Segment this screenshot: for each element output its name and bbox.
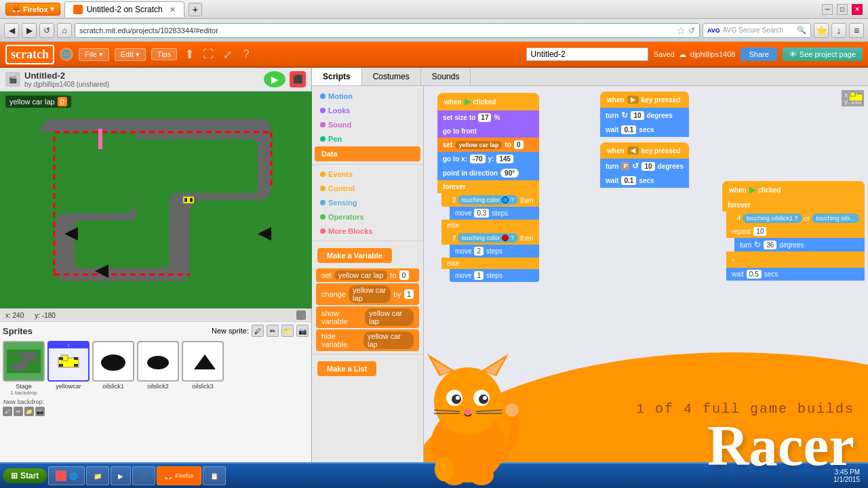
search-bar[interactable]: AVG AVG Secure Search 🔍: [703, 23, 811, 38]
move-03-block[interactable]: move 0.3 steps: [450, 207, 539, 220]
bookmark-button[interactable]: ⭐: [814, 23, 829, 38]
upload-sprite-button[interactable]: 📁: [281, 325, 294, 337]
if-touching-color-block[interactable]: if touching color ? then: [441, 193, 539, 207]
edit-backdrop-button[interactable]: ✏: [14, 407, 23, 416]
see-project-button[interactable]: 👁 See project page: [783, 47, 863, 61]
when-flag-block-1[interactable]: when ▶ clicked: [437, 93, 539, 110]
taskbar-item-4[interactable]: 🦊 Firefox: [157, 466, 201, 485]
bookmark-star-icon[interactable]: ☆: [677, 25, 686, 36]
when-right-key-block[interactable]: when ▶ key pressed: [600, 92, 689, 108]
turn-spin-block[interactable]: turn ↻ 36 degrees: [734, 238, 865, 251]
file-menu-button[interactable]: File ▾: [79, 48, 109, 61]
stage-sprite-thumbnail[interactable]: [3, 341, 45, 382]
show-var-block[interactable]: show variable yellow car lap: [316, 306, 419, 328]
expand-icon[interactable]: ⤢: [220, 48, 234, 61]
move-2-block[interactable]: move 2 steps: [450, 245, 539, 258]
yellowcar-sprite-thumbnail[interactable]: i: [47, 341, 90, 382]
steps-val-1: 0.3: [474, 209, 489, 218]
taskbar-item-3[interactable]: 🎵: [132, 466, 155, 485]
edit-menu-button[interactable]: Edit ▾: [115, 48, 146, 61]
tab-costumes[interactable]: Costumes: [362, 68, 421, 85]
edit-sprite-button[interactable]: ✏: [267, 325, 279, 337]
upload-backdrop-button[interactable]: 📁: [24, 407, 34, 416]
back-button[interactable]: ◀: [4, 23, 19, 38]
address-bar[interactable]: scratch.mit.edu/projects/10283344/#edito…: [75, 23, 700, 38]
category-data[interactable]: Data: [315, 146, 420, 161]
upload-icon[interactable]: ⬆: [182, 47, 196, 62]
tips-button[interactable]: Tips: [151, 48, 177, 60]
taskbar-item-2[interactable]: ▶: [111, 466, 131, 485]
home-button[interactable]: ⌂: [57, 23, 72, 38]
window-close-button[interactable]: ✕: [852, 4, 863, 15]
when-flag-block-2[interactable]: when ▶ clicked: [722, 181, 865, 199]
green-flag-button[interactable]: ▶: [264, 71, 285, 87]
oilslick3-sprite-thumbnail[interactable]: [182, 341, 224, 382]
set-var-script-block[interactable]: set yellow car lap to 0: [437, 138, 539, 152]
window-minimize-button[interactable]: ─: [822, 4, 833, 15]
camera-backdrop-button[interactable]: 📷: [35, 407, 45, 416]
taskbar-icon-0: [56, 470, 66, 481]
category-looks[interactable]: Looks: [315, 104, 420, 117]
category-sound[interactable]: Sound: [315, 118, 420, 131]
if-oilslick-block[interactable]: if touching oilslick1 ? or touching oils…: [726, 211, 865, 225]
paint-sprite-button[interactable]: 🖊: [252, 325, 264, 337]
fullscreen-icon[interactable]: ⛶: [201, 48, 215, 60]
category-pen[interactable]: Pen: [315, 132, 420, 146]
when-left-key-block[interactable]: when ◀ key pressed: [600, 142, 689, 159]
go-to-front-block[interactable]: go to front: [437, 125, 539, 138]
project-title-input[interactable]: [526, 47, 648, 61]
wait-block-3[interactable]: wait 0.5 secs: [726, 268, 865, 281]
camera-sprite-button[interactable]: 📷: [296, 325, 309, 337]
make-list-button[interactable]: Make a List: [317, 361, 376, 376]
resize-handle[interactable]: [296, 310, 306, 320]
change-var-block[interactable]: change yellow car lap by 1: [316, 283, 419, 305]
search-icon[interactable]: 🔍: [797, 26, 806, 35]
paint-backdrop-button[interactable]: 🖊: [3, 407, 12, 416]
wait-label-1: wait: [606, 126, 618, 134]
globe-icon[interactable]: 🌐: [60, 47, 73, 61]
turn-left-block[interactable]: turn P ↺ 10 degrees: [600, 159, 689, 174]
firefox-menu-button[interactable]: 🦊 Firefox ▾: [5, 3, 60, 16]
close-tab-icon[interactable]: ✕: [170, 5, 176, 14]
turn-right-block[interactable]: turn ↻ 10 degrees: [600, 108, 689, 123]
wait-block-2[interactable]: wait 0.1 secs: [600, 174, 689, 188]
hide-var-block[interactable]: hide variable yellow car lap: [316, 329, 419, 351]
set-var-block[interactable]: set yellow car lap to 0: [316, 268, 419, 282]
new-tab-button[interactable]: +: [189, 3, 202, 16]
category-control[interactable]: Control: [315, 182, 420, 195]
move-1-block[interactable]: move 1 steps: [450, 269, 539, 282]
taskbar-item-1[interactable]: 📁: [86, 466, 109, 485]
refresh-small-icon[interactable]: ↺: [688, 26, 695, 35]
go-to-xy-block[interactable]: go to x: -70 y: 145: [437, 152, 539, 166]
browser-tab[interactable]: Untitled-2 on Scratch ✕: [64, 1, 184, 17]
wait-block-1[interactable]: wait 0.1 secs: [600, 123, 689, 137]
oilslick1-sprite-thumbnail[interactable]: [92, 341, 134, 382]
tab-scripts[interactable]: Scripts: [312, 68, 362, 85]
forward-button[interactable]: ▶: [22, 23, 37, 38]
taskbar-item-0[interactable]: 🌐: [48, 466, 85, 485]
repeat-block[interactable]: repeat 10: [726, 225, 865, 238]
point-direction-block[interactable]: point in direction 90°: [437, 166, 539, 180]
category-operators[interactable]: Operators: [315, 210, 420, 224]
taskbar-item-5[interactable]: 📋: [203, 466, 226, 485]
set-size-block[interactable]: set size to 17 %: [437, 110, 539, 125]
category-more-blocks[interactable]: More Blocks: [315, 224, 420, 238]
category-motion[interactable]: Motion: [315, 89, 420, 103]
window-maximize-button[interactable]: □: [837, 4, 848, 15]
share-button[interactable]: Share: [741, 47, 776, 61]
start-button[interactable]: ⊞ Start: [3, 468, 47, 483]
refresh-button[interactable]: ↺: [39, 23, 54, 38]
if-touching-red-block[interactable]: if touching color ? then: [441, 231, 539, 245]
category-events[interactable]: Events: [315, 167, 420, 181]
help-icon[interactable]: ?: [239, 48, 253, 60]
forever-block-2[interactable]: forever: [722, 199, 865, 211]
stop-button[interactable]: ⬛: [290, 71, 306, 87]
set-label: set: [321, 271, 332, 279]
category-sensing[interactable]: Sensing: [315, 196, 420, 209]
tab-sounds[interactable]: Sounds: [421, 68, 471, 85]
forever-block-1[interactable]: forever: [437, 180, 539, 193]
oilslick2-sprite-thumbnail[interactable]: [137, 341, 179, 382]
menu-button[interactable]: ≡: [849, 23, 864, 38]
download-button[interactable]: ↓: [831, 23, 846, 38]
make-variable-button[interactable]: Make a Variable: [317, 248, 392, 263]
